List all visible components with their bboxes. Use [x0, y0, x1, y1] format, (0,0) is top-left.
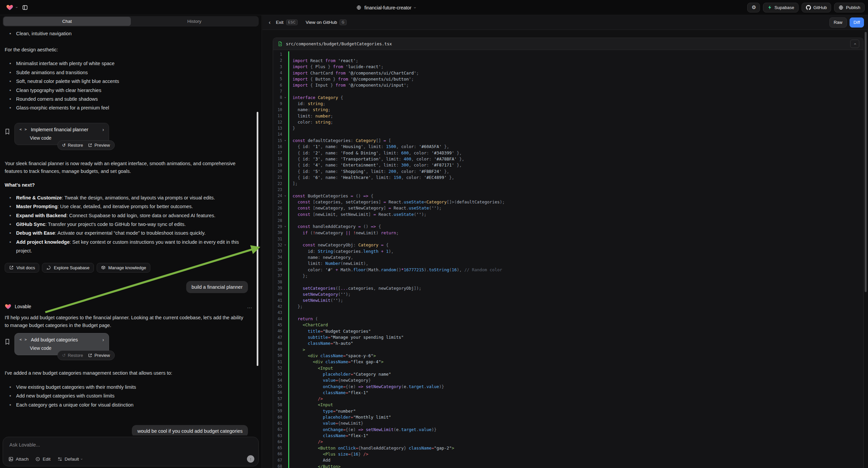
manage-knowledge-button[interactable]: Manage knowledge [97, 263, 151, 273]
line-number: 53 [273, 372, 282, 376]
model-select[interactable]: Default › [57, 457, 83, 462]
line-number: 42 [273, 304, 282, 309]
fold-toggle-icon[interactable]: › [282, 96, 288, 99]
code-line: 4import ChartCard from '@/components/ui/… [273, 70, 863, 76]
line-number: 54 [273, 378, 282, 383]
restore-button[interactable]: ↺Restore [62, 143, 83, 148]
restore-icon: ↺ [62, 353, 66, 358]
line-number: 65 [273, 445, 282, 450]
explore-supabase-button[interactable]: Explore Supabase [42, 263, 94, 273]
fold-toggle-icon[interactable]: › [282, 139, 288, 142]
line-number: 46 [273, 329, 282, 333]
line-number: 10 [273, 108, 282, 112]
fold-toggle-icon[interactable]: › [282, 243, 288, 247]
chat-scroll-area[interactable]: Clean, intuitive navigation For the desi… [0, 29, 262, 435]
list-item: Soft, neutral color palette with light b… [5, 77, 248, 86]
code-line: 40 setNewCategory(''); [273, 291, 863, 297]
code-line: 66 <Plus size={16} /> [273, 451, 863, 457]
line-number: 5 [273, 77, 282, 81]
line-number: 58 [273, 403, 282, 407]
diff-toggle-button[interactable]: Diff [849, 18, 864, 28]
view-on-github-button[interactable]: View on GitHub G [306, 20, 347, 25]
code-line: 24›const BudgetCategories = () => { [273, 193, 863, 199]
line-number: 35 [273, 261, 282, 266]
project-switcher[interactable]: financial-future-creator › [356, 0, 416, 15]
chat-scrollbar[interactable] [257, 112, 258, 366]
code-line: 13} [273, 125, 863, 131]
code-line: 9 id: string; [273, 101, 863, 107]
version-actions: ↺Restore Preview [57, 351, 115, 360]
code-line: 33 id: String(categories.length + 1), [273, 248, 863, 254]
code-line: 23 [273, 187, 863, 193]
line-number: 4 [273, 70, 282, 75]
raw-toggle-button[interactable]: Raw [829, 18, 847, 28]
supabase-button[interactable]: Supabase [763, 3, 799, 12]
code-line: 47 subtitle="Manage your spending limits… [273, 334, 863, 340]
line-number: 67 [273, 458, 282, 463]
whats-next-item: Refine & Customize: Tweak the design, an… [5, 194, 248, 202]
view-code-link[interactable]: View code [30, 135, 104, 141]
bookmark-icon[interactable] [5, 339, 10, 355]
tab-chat[interactable]: Chat [3, 17, 131, 26]
line-number: 55 [273, 384, 282, 389]
code-line: 22]; [273, 181, 863, 187]
code-line: 36 color: '#' + Math.floor(Math.random()… [273, 267, 863, 273]
code-scrollbar[interactable] [865, 32, 867, 292]
settings-button[interactable]: ⚙ [747, 3, 760, 12]
line-number: 56 [273, 390, 282, 395]
topbar: › financial-future-creator › ⚙ Supabase … [0, 0, 868, 15]
attach-button[interactable]: Attach [8, 457, 29, 462]
restore-button[interactable]: ↺Restore [62, 353, 83, 358]
view-code-link[interactable]: View code [30, 346, 104, 351]
version-title: Implement financial planner [31, 127, 99, 132]
assistant-name: Lovable [15, 304, 31, 309]
list-item: Subtle animations and transitions [5, 68, 248, 77]
code-line: 26 const [newCategory, setNewCategory] =… [273, 205, 863, 211]
code-line: 14 [273, 131, 863, 137]
code-editor[interactable]: 12import React from 'react';3import { Pl… [273, 50, 863, 468]
code-line: 29› const handleAddCategory = () => { [273, 224, 863, 230]
line-number: 19 [273, 163, 282, 168]
exit-button[interactable]: ‹ Exit ESC [269, 20, 298, 26]
code-line: 5import { Button } from '@/components/ui… [273, 76, 863, 82]
line-number: 18 [273, 156, 282, 161]
code-line: 7 [273, 88, 863, 94]
publish-button[interactable]: Publish [834, 3, 865, 12]
line-number: 32 [273, 243, 282, 247]
line-number: 43 [273, 310, 282, 315]
preview-button[interactable]: Preview [88, 143, 110, 148]
edit-button[interactable]: Edit [35, 457, 50, 462]
project-title: financial-future-creator [364, 5, 411, 10]
line-number: 24 [273, 194, 282, 198]
fold-toggle-icon[interactable]: › [282, 194, 288, 198]
code-line: 17 { id: '2', name: 'Food & Dining', lim… [273, 150, 863, 156]
chat-bubble-icon [46, 265, 51, 270]
more-menu-button[interactable]: … [247, 303, 253, 310]
chevron-right-icon: › [102, 337, 104, 343]
code-line: 56 className="flex-1" [273, 389, 863, 396]
sidebar-toggle-button[interactable] [20, 3, 30, 12]
line-number: 40 [273, 292, 282, 296]
code-line: 57 /> [273, 396, 863, 402]
bookmark-icon[interactable] [5, 128, 10, 145]
lovable-logo-icon[interactable] [6, 4, 13, 11]
chevron-down-icon[interactable]: › [16, 5, 18, 9]
composer[interactable]: Ask Lovable... Attach Edit Default › ↑ [3, 437, 259, 466]
tab-history[interactable]: History [131, 17, 258, 26]
line-number: 68 [273, 464, 282, 468]
code-line: 35 limit: Number(newLimit), [273, 261, 863, 267]
line-number: 36 [273, 267, 282, 272]
send-button[interactable]: ↑ [247, 455, 254, 463]
fold-toggle-icon[interactable]: › [282, 225, 288, 228]
code-header: ‹ Exit ESC View on GitHub G Raw Diff [262, 15, 868, 30]
collapse-file-button[interactable]: › [850, 39, 859, 48]
whats-next-item: GitHub Sync: Transfer your project's cod… [5, 220, 248, 229]
reply-bullet-list: View existing budget categories with the… [5, 383, 248, 409]
code-line: 48 className="h-auto" [273, 341, 863, 347]
visit-docs-button[interactable]: Visit docs [5, 263, 39, 273]
preview-button[interactable]: Preview [88, 353, 110, 358]
code-line: 41 setNewLimit(''); [273, 297, 863, 303]
github-button[interactable]: GitHub [802, 3, 831, 12]
image-icon [8, 457, 13, 462]
code-line: 59 type="number" [273, 408, 863, 414]
